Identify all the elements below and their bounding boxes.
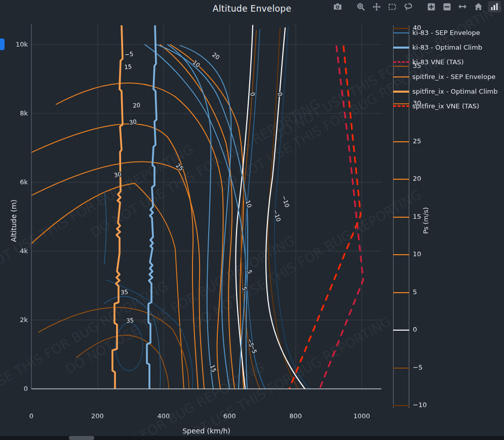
colorbar-level-line: [393, 405, 409, 406]
colorbar-level-line: [393, 217, 409, 218]
legend-label: ki-83 - Optimal Climb: [412, 44, 482, 51]
legend-item[interactable]: spitfire_ix - Optimal Climb: [393, 84, 498, 99]
legend-label: spitfire_ix - Optimal Climb: [412, 88, 498, 95]
contour-value-label: 35: [121, 288, 129, 296]
legend-swatch: [393, 105, 409, 107]
contour-value-label: 30: [129, 118, 137, 126]
colorbar-tick-label: −5: [413, 363, 422, 371]
colorbar-title: Ps (m/s): [422, 198, 430, 244]
contour-value-label: 20: [133, 101, 141, 109]
x-tick-label: 200: [82, 412, 112, 420]
x-axis-title: Speed (km/h): [31, 427, 381, 435]
colorbar-tick-label: 0: [413, 326, 417, 333]
x-tick-label: 600: [214, 412, 245, 420]
horizontal-scrollbar-track[interactable]: [0, 436, 504, 440]
contour-value-label: 15: [124, 63, 132, 71]
contour-value-label: 35: [126, 317, 134, 325]
legend-item[interactable]: ki-83 - Optimal Climb: [393, 40, 498, 55]
colorbar-level-line: [393, 141, 409, 142]
contour-value-label: 15: [209, 364, 218, 373]
legend-label: ki-83 - SEP Envelope: [412, 29, 480, 36]
colorbar-level-line: [393, 292, 409, 293]
contour-value-label: 10: [244, 199, 253, 209]
x-tick-label: 400: [148, 412, 179, 420]
colorbar-tick-label: −10: [413, 401, 427, 409]
y-tick-label: 10k: [0, 41, 28, 48]
colorbar-tick-label: 15: [413, 212, 421, 220]
legend-item[interactable]: spitfire_ix VNE (TAS): [393, 99, 498, 113]
colorbar-level-line: [393, 254, 409, 255]
colorbar-level-line: [393, 179, 409, 180]
y-axis-title: Altitude (m): [10, 193, 18, 249]
y-tick-label: 2k: [0, 316, 28, 324]
legend-swatch: [393, 76, 409, 77]
y-tick-label: 0: [0, 385, 28, 392]
colorbar-tick-label: 20: [413, 175, 421, 182]
colorbar-tick-label: 5: [413, 288, 417, 295]
colorbar-tick-label: 25: [413, 137, 421, 144]
legend-label: ki-83 VNE (TAS): [412, 58, 464, 66]
contour-value-label: 30: [113, 171, 122, 179]
contour-value-label: −10: [280, 194, 291, 208]
contour-value-label: −5: [125, 50, 134, 58]
x-tick-label: 800: [281, 412, 311, 420]
contour-value-label: −5: [249, 344, 259, 354]
contour-value-label: 0: [276, 92, 284, 97]
legend-item[interactable]: spitfire_ix - SEP Envelope: [393, 69, 498, 84]
horizontal-scrollbar-thumb[interactable]: [69, 436, 94, 440]
contour-value-label: 20: [211, 51, 221, 61]
legend-swatch: [393, 47, 409, 49]
legend-item[interactable]: ki-83 VNE (TAS): [393, 55, 498, 69]
y-tick-label: 8k: [0, 109, 28, 117]
legend-label: spitfire_ix VNE (TAS): [412, 102, 479, 110]
x-tick-label: 1000: [346, 412, 377, 420]
contour-value-label: −10: [272, 209, 282, 222]
legend-label: spitfire_ix - SEP Envelope: [412, 73, 495, 81]
legend: ki-83 - SEP Envelopeki-83 - Optimal Clim…: [393, 25, 498, 113]
watermark-text: DO NOT USE THIS FOR BUG REPORTING: [189, 187, 424, 332]
legend-swatch: [393, 32, 409, 33]
colorbar-level-line: [393, 330, 409, 331]
legend-swatch: [393, 61, 409, 63]
y-tick-label: 6k: [0, 178, 28, 186]
watermark-text: DO NOT USE THIS FOR BUG REPORTING: [0, 142, 196, 286]
colorbar-tick-label: 10: [413, 250, 421, 258]
x-tick-label: 0: [16, 412, 47, 420]
legend-swatch: [393, 91, 409, 93]
legend-item[interactable]: ki-83 - SEP Envelope: [393, 25, 498, 40]
colorbar-level-line: [393, 368, 409, 369]
